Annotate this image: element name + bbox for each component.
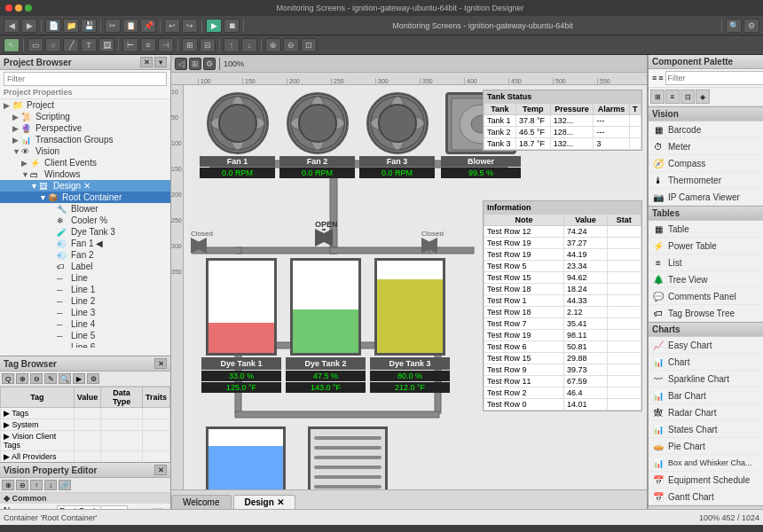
tree-item-label[interactable]: 🏷 Label — [0, 261, 170, 272]
tab-welcome[interactable]: Welcome — [171, 495, 232, 509]
tree-item-dyetank3[interactable]: 🧪 Dye Tank 3 — [0, 226, 170, 238]
dye-tank1[interactable]: Dye Tank 1 33.0 % 125.0 °F — [201, 258, 281, 393]
palette-item-gantt[interactable]: 📅 Gantt Chart — [649, 489, 763, 505]
palette-item-meter[interactable]: ⏱ Meter — [649, 138, 763, 155]
palette-item-equip-sched[interactable]: 📅 Equipment Schedule — [649, 472, 763, 489]
palette-item-powertable[interactable]: ⚡ Power Table — [649, 238, 763, 254]
toolbar-btn-play[interactable]: ▶ — [206, 19, 222, 33]
tree-item-txgroups[interactable]: ▶ 📊 Transaction Groups — [0, 134, 170, 145]
palette-filter-input[interactable] — [665, 71, 763, 85]
fan1-component[interactable]: Fan 1 0.0 RPM — [200, 92, 275, 178]
tag-btn-6[interactable]: ▶ — [73, 373, 85, 384]
palette-item-tagbrowse[interactable]: 🏷 Tag Browse Tree — [649, 305, 763, 322]
tag-row-tags[interactable]: ▶ Tags — [1, 408, 170, 419]
tree-item-vision[interactable]: ▼ 👁 Vision — [0, 145, 170, 157]
toolbar-btn-open[interactable]: 📁 — [63, 19, 79, 33]
canvas-btn-2[interactable]: ⊞ — [189, 58, 201, 70]
canvas-btn-3[interactable]: ⚙ — [203, 58, 216, 70]
draw-btn-image[interactable]: 🖼 — [98, 38, 114, 52]
tree-item-line6[interactable]: ─ Line 6 — [0, 341, 170, 348]
tag-btn-7[interactable]: ⚙ — [87, 373, 99, 384]
tree-item-line1[interactable]: ─ Line 1 — [0, 284, 170, 295]
draw-btn-ungroup[interactable]: ⊟ — [200, 38, 216, 52]
palette-item-radar[interactable]: 🕸 Radar Chart — [649, 404, 763, 421]
project-filter-input[interactable] — [4, 72, 167, 86]
palette-item-treeview[interactable]: 🌲 Tree View — [649, 271, 763, 288]
palette-item-table[interactable]: ▦ Table — [649, 221, 763, 238]
tag-btn-2[interactable]: ⊕ — [16, 373, 28, 384]
tree-item-project[interactable]: ▶ 📁 Project — [0, 99, 170, 111]
draw-btn-align-center[interactable]: ≡ — [140, 38, 156, 52]
draw-btn-zoom-fit[interactable]: ⊡ — [301, 38, 317, 52]
window-controls[interactable] — [5, 4, 32, 12]
draw-btn-zoom-in[interactable]: ⊕ — [265, 38, 281, 52]
fan2-component[interactable]: Fan 2 0.0 RPM — [279, 92, 355, 178]
tree-item-line[interactable]: ─ Line — [0, 272, 170, 284]
tree-item-cooler[interactable]: ❄ Cooler % — [0, 215, 170, 226]
tree-item-blower[interactable]: 🔧 Blower — [0, 203, 170, 215]
toolbar-btn-copy[interactable]: 📋 — [122, 19, 138, 33]
prop-btn-4[interactable]: ↓ — [44, 480, 57, 490]
prop-btn-1[interactable]: ⊕ — [2, 480, 14, 490]
palette-item-ipcam[interactable]: 📷 IP Camera Viewer — [649, 189, 763, 206]
tag-btn-4[interactable]: ✎ — [44, 373, 57, 384]
palette-icon-1[interactable]: ⊞ — [650, 90, 665, 104]
palette-item-pie[interactable]: 🥧 Pie Chart — [649, 438, 763, 455]
tree-item-rootcontainer[interactable]: ▼ 📦 Root Container — [0, 192, 170, 203]
toolbar-btn-back[interactable]: ◀ — [4, 19, 20, 33]
project-browser-close[interactable]: ✕ — [140, 57, 153, 67]
draw-btn-rect[interactable]: ▭ — [28, 38, 43, 52]
cooler-component[interactable]: Cooler 102.0 °F — [299, 426, 397, 489]
palette-item-thermometer[interactable]: 🌡 Thermometer — [649, 172, 763, 189]
toolbar-btn-forward[interactable]: ▶ — [21, 19, 37, 33]
palette-icon-2[interactable]: ≡ — [665, 90, 680, 104]
tree-item-line2[interactable]: ─ Line 2 — [0, 295, 170, 307]
prop-btn-3[interactable]: ↑ — [30, 480, 43, 490]
tree-item-windows[interactable]: ▼ 🗃 Windows — [0, 168, 170, 180]
toolbar-btn-save[interactable]: 💾 — [81, 19, 97, 33]
project-browser-menu[interactable]: ▾ — [154, 57, 167, 67]
draw-btn-group[interactable]: ⊞ — [182, 38, 198, 52]
canvas-btn-1[interactable]: ◁ — [175, 58, 187, 70]
palette-item-states[interactable]: 📊 States Chart — [649, 421, 763, 438]
toolbar-btn-stop[interactable]: ⏹ — [224, 19, 240, 33]
tree-item-line5[interactable]: ─ Line 5 — [0, 330, 170, 341]
storage-component[interactable]: Storage 75.5 % — [201, 426, 290, 489]
tag-btn-5[interactable]: 🔍 — [59, 373, 71, 384]
toolbar-btn-undo[interactable]: ↩ — [164, 19, 180, 33]
toolbar-btn-cut[interactable]: ✂ — [105, 19, 121, 33]
fan3-component[interactable]: Fan 3 0.0 RPM — [359, 92, 435, 178]
prop-editor-close[interactable]: ✕ — [154, 465, 167, 475]
draw-btn-select[interactable]: ↖ — [4, 38, 20, 52]
tag-btn-1[interactable]: Q — [2, 373, 14, 384]
toolbar-btn-zoom[interactable]: 🔍 — [726, 19, 742, 33]
tree-item-perspective[interactable]: ▶ 🔮 Perspective — [0, 122, 170, 134]
palette-item-easychart[interactable]: 📈 Easy Chart — [649, 337, 763, 354]
draw-btn-align-left[interactable]: ⊢ — [122, 38, 138, 52]
palette-item-comments[interactable]: 💬 Comments Panel — [649, 288, 763, 305]
dye-tank2[interactable]: Dye Tank 2 47.5 % 143.0 °F — [286, 258, 366, 393]
palette-item-compass[interactable]: 🧭 Compass — [649, 155, 763, 172]
draw-btn-text[interactable]: T — [81, 38, 97, 52]
tree-item-line3[interactable]: ─ Line 3 — [0, 307, 170, 318]
tree-item-fan1[interactable]: 💨 Fan 1 ◀ — [0, 238, 170, 249]
prop-name-input[interactable] — [57, 505, 128, 509]
toolbar-btn-paste[interactable]: 📌 — [140, 19, 156, 33]
draw-btn-front[interactable]: ↑ — [224, 38, 240, 52]
dye-tank3[interactable]: Dye Tank 3 80.0 % 212.0 °F — [370, 258, 450, 393]
draw-btn-back[interactable]: ↓ — [241, 38, 257, 52]
toolbar-btn-settings[interactable]: ⚙ — [743, 19, 759, 33]
prop-btn-5[interactable]: 🔗 — [59, 480, 71, 490]
draw-btn-line[interactable]: ╱ — [63, 38, 79, 52]
palette-item-sparkline[interactable]: 〰 Sparkline Chart — [649, 371, 763, 387]
tag-btn-3[interactable]: ⊖ — [30, 373, 43, 384]
palette-item-barchart[interactable]: 📊 Bar Chart — [649, 387, 763, 404]
tree-item-clientevents[interactable]: ▶ ⚡ Client Events — [0, 157, 170, 168]
tree-item-fan2[interactable]: 💨 Fan 2 — [0, 249, 170, 261]
tab-design[interactable]: Design ✕ — [233, 495, 295, 509]
tag-row-system[interactable]: ▶ System — [1, 419, 170, 431]
palette-item-barcode[interactable]: ▦ Barcode — [649, 121, 763, 138]
palette-icon-4[interactable]: ◈ — [696, 90, 710, 104]
toolbar-btn-new[interactable]: 📄 — [45, 19, 61, 33]
prop-btn-2[interactable]: ⊖ — [16, 480, 28, 490]
